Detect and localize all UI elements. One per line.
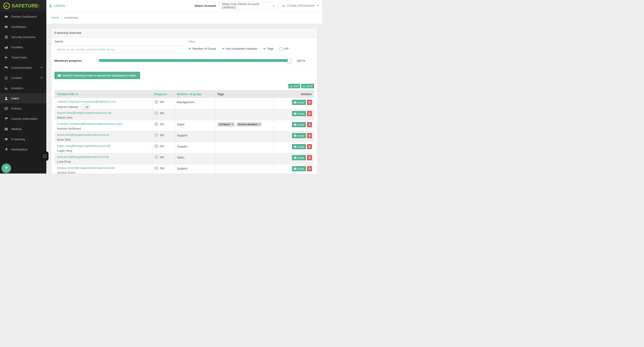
sidebar-item-content[interactable]: Content: [0, 73, 46, 83]
sidebar-collapse-button[interactable]: [40, 151, 48, 161]
search-input[interactable]: [54, 46, 182, 53]
topbar: SAFETURE® Users Select Account Mega Corp…: [0, 0, 322, 11]
users-table: Contact Info Progress Member of group Ta…: [54, 90, 314, 173]
page-title: Users: [49, 3, 65, 8]
account-select[interactable]: Mega Corp (Demo Account) (3598591): [219, 2, 278, 9]
progress-value: 0%: [160, 122, 164, 126]
sidebar-item-label: Marketplace: [11, 148, 28, 151]
tags-cell: [215, 131, 274, 142]
max-progress-slider[interactable]: [97, 58, 291, 63]
invite-button[interactable]: Invite: [292, 155, 306, 160]
user-email-link[interactable]: kevin.ortiz@megacorpdemoaccount.se: [57, 133, 109, 136]
export-csv-label: CSV: [293, 85, 298, 87]
progress-value: 0%: [160, 155, 164, 159]
chevron-down-icon: [40, 67, 43, 68]
user-icon: [4, 97, 8, 100]
export-xlsx-button[interactable]: XLSX: [301, 84, 314, 88]
handshake-icon: [4, 15, 8, 18]
tag-chip[interactable]: GERMANY×: [217, 122, 235, 127]
vip-checkbox[interactable]: [279, 47, 282, 50]
invite-button[interactable]: Invite: [292, 111, 306, 116]
column-header-progress[interactable]: Progress: [152, 90, 175, 98]
export-csv-button[interactable]: CSV: [288, 84, 300, 88]
sidebar-item-label: Security Overview: [11, 35, 36, 39]
table-row: maarten.mijwaart+megacorp@safeture.comMa…: [54, 98, 314, 109]
sidebar-item-facilities[interactable]: Facilities: [0, 42, 46, 52]
invite-button[interactable]: Invite: [292, 144, 306, 149]
sidebar-item-label: Country Information: [11, 117, 38, 120]
user-name: Linnea Lennartsson: [286, 4, 315, 7]
invite-button[interactable]: Invite: [292, 100, 306, 105]
invite-button[interactable]: Invite: [292, 122, 306, 127]
filter-vip[interactable]: VIP: [279, 47, 289, 50]
member-of-group-value: Sales: [175, 120, 215, 131]
user-name-text: Brandon Mcfarland: [57, 127, 81, 130]
column-header-tags: Tags: [215, 90, 274, 98]
users-table-body: maarten.mijwaart+megacorp@safeture.comMa…: [54, 98, 314, 173]
column-header-contact-info[interactable]: Contact Info: [54, 90, 152, 98]
topbar-right: Select Account Mega Corp (Demo Account) …: [194, 2, 319, 9]
member-of-group-value: Support: [175, 164, 215, 174]
delete-user-button[interactable]: [307, 155, 312, 160]
invite-button[interactable]: Invite: [292, 166, 306, 171]
delete-user-button[interactable]: [307, 122, 312, 127]
sidebar-item-policies[interactable]: Policies: [0, 103, 46, 114]
sidebar-item-partner-dashboard[interactable]: Partner Dashboard: [0, 11, 46, 22]
table-row: logan.vang@megacorpdemoaccount.dkLogan V…: [54, 142, 314, 153]
user-email-link[interactable]: luna.pena@megacorpdemoaccount.dk: [57, 155, 109, 158]
max-progress-value: 100 %: [296, 59, 314, 62]
envelope-icon: [294, 112, 296, 115]
remove-tag-icon[interactable]: ×: [232, 123, 234, 126]
sidebar-item-country-information[interactable]: Country Information: [0, 114, 46, 124]
filter-label: Filter:: [188, 40, 314, 43]
sidebar-item-e-learning[interactable]: E-learning: [0, 134, 46, 144]
delete-user-button[interactable]: [307, 144, 312, 149]
invite-button[interactable]: Invite: [292, 133, 306, 138]
column-header-actions: Actions: [274, 90, 314, 98]
delete-user-button[interactable]: [307, 166, 312, 171]
sidebar-item-dashboard[interactable]: Dashboard: [0, 22, 46, 32]
filter-tags[interactable]: Tags: [263, 47, 274, 50]
user-email-link[interactable]: maarten.mijwaart+megacorp@safeture.com: [57, 100, 116, 103]
progress-indicator: [154, 122, 158, 126]
help-button[interactable]: ?: [2, 163, 11, 173]
sidebar-item-label: Communication: [11, 66, 32, 69]
breadcrumb-separator: /: [61, 16, 62, 19]
chevron-down-icon: [40, 77, 43, 79]
user-email-link[interactable]: logan.vang@megacorpdemoaccount.dk: [57, 144, 110, 147]
sidebar-item-communication[interactable]: Communication: [0, 62, 46, 73]
filter-member-of-group[interactable]: Member of Group: [188, 47, 216, 50]
remove-tag-icon[interactable]: ×: [259, 123, 260, 126]
delete-user-button[interactable]: [307, 100, 312, 105]
sidebar-item-medical[interactable]: Medical: [0, 124, 46, 134]
trash-icon: [308, 123, 311, 126]
breadcrumb-home-link[interactable]: Home: [51, 16, 59, 19]
delete-user-button[interactable]: [307, 133, 312, 138]
tags-cell: [215, 164, 274, 174]
member-of-group-value: Support: [175, 142, 215, 153]
user-email-link[interactable]: jessica.simon@megacorpdemoaccount.dev: [57, 166, 115, 169]
sidebar-item-travel-data[interactable]: Travel Data: [0, 52, 46, 62]
sidebar-item-users[interactable]: Users: [0, 93, 46, 103]
user-email-link[interactable]: mason.leon@megacorpdemoaccount.de: [57, 111, 111, 114]
sidebar-item-label: Medical: [11, 127, 22, 131]
table-header-row: Contact Info Progress Member of group Ta…: [54, 90, 314, 98]
sidebar-item-analytics[interactable]: Analytics: [0, 83, 46, 93]
filter-label-text: Not completed modules: [226, 47, 258, 50]
sidebar-item-label: Users: [11, 97, 19, 100]
tag-chip[interactable]: BOARD MEMBER×: [236, 122, 262, 127]
sidebar-item-marketplace[interactable]: Marketplace: [0, 144, 46, 154]
send-elearning-invite-button[interactable]: Send E-learning invite to personnel disp…: [54, 72, 140, 79]
slider-handle-min[interactable]: [96, 58, 99, 63]
panel-body: Search Filter: Member of GroupNot comple…: [51, 37, 317, 173]
slider-handle-max[interactable]: [288, 58, 291, 63]
user-menu[interactable]: Linnea Lennartsson: [282, 4, 319, 7]
user-email-link[interactable]: brandon.mcfarland@megacorpdemoaccount.go…: [57, 122, 122, 125]
delete-user-button[interactable]: [307, 111, 312, 116]
user-name-text: Logan Vang: [57, 149, 72, 152]
filter-not-completed-modules[interactable]: Not completed modules: [222, 47, 258, 50]
sidebar-item-security-overview[interactable]: Security Overview: [0, 32, 46, 42]
download-icon: [303, 85, 305, 87]
column-header-member-of-group[interactable]: Member of group: [175, 90, 215, 98]
page-title-label: Users: [54, 3, 65, 8]
